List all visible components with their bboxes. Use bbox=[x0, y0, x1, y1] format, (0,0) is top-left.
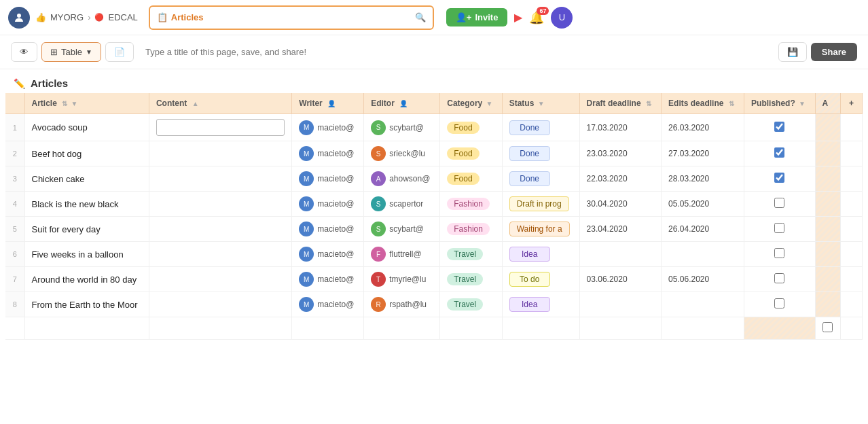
empty-row-checkbox[interactable] bbox=[822, 322, 833, 332]
th-article[interactable]: Article ⇅ ▼ bbox=[24, 93, 149, 114]
table-header-row: Article ⇅ ▼ Content ▲ Writer 👤 Editor 👤 bbox=[5, 93, 863, 114]
status-filter-icon[interactable]: ▼ bbox=[538, 100, 545, 107]
share-button[interactable]: Share bbox=[811, 43, 857, 61]
published-checkbox[interactable] bbox=[774, 147, 784, 158]
th-edits-deadline[interactable]: Edits deadline ⇅ bbox=[662, 93, 744, 114]
published-checkbox[interactable] bbox=[774, 273, 784, 283]
content-cell[interactable] bbox=[149, 166, 291, 192]
view-icon: 👁 bbox=[20, 47, 29, 57]
project-label[interactable]: EDCAL bbox=[108, 12, 137, 22]
th-draft-deadline[interactable]: Draft deadline ⇅ bbox=[579, 93, 662, 114]
add-col-cell bbox=[841, 217, 863, 242]
editor-email: tmyrie@lu bbox=[389, 275, 426, 284]
th-published[interactable]: Published? ▼ bbox=[744, 93, 816, 114]
row-number: 1 bbox=[5, 114, 24, 141]
article-name[interactable]: Avocado soup bbox=[24, 114, 149, 141]
edit-icon[interactable]: ✏️ bbox=[14, 78, 25, 89]
th-content[interactable]: Content ▲ bbox=[149, 93, 291, 114]
editor-cell: Ssrieck@lu bbox=[364, 141, 440, 166]
invite-button[interactable]: 👤+ Invite bbox=[446, 8, 508, 26]
article-name[interactable]: Five weeks in a balloon bbox=[24, 242, 149, 267]
th-status[interactable]: Status ▼ bbox=[502, 93, 579, 114]
published-filter-icon[interactable]: ▼ bbox=[799, 100, 806, 107]
save-button[interactable]: 💾 bbox=[778, 42, 807, 62]
org-avatar[interactable] bbox=[8, 7, 30, 29]
view-button[interactable]: 👁 bbox=[11, 42, 37, 62]
toolbar: 👁 ⊞ Table ▼ 📄 💾 Share bbox=[0, 35, 868, 69]
content-cell[interactable] bbox=[149, 192, 291, 217]
content-cell[interactable] bbox=[149, 267, 291, 292]
table-row: 5Suit for every dayMmacieto@Sscybart@Fas… bbox=[5, 217, 863, 242]
status-badge: Idea bbox=[509, 247, 550, 262]
writer-cell: Mmacieto@ bbox=[292, 217, 364, 242]
published-checkbox[interactable] bbox=[774, 173, 784, 183]
published-checkbox[interactable] bbox=[774, 198, 784, 208]
writer-cell: Mmacieto@ bbox=[292, 267, 364, 292]
published-cell[interactable] bbox=[744, 192, 816, 217]
article-name[interactable]: Chicken cake bbox=[24, 166, 149, 192]
article-name[interactable]: Suit for every day bbox=[24, 217, 149, 242]
published-checkbox[interactable] bbox=[774, 248, 784, 258]
status-badge: Done bbox=[509, 120, 550, 135]
published-checkbox[interactable] bbox=[774, 223, 784, 233]
published-checkbox[interactable] bbox=[774, 298, 784, 308]
search-bar[interactable]: 📋 Articles 🔍 bbox=[149, 5, 434, 30]
category-cell: Travel bbox=[440, 242, 502, 267]
youtube-icon[interactable]: ▶ bbox=[514, 11, 522, 24]
published-cell[interactable] bbox=[744, 267, 816, 292]
content-cell[interactable] bbox=[149, 217, 291, 242]
user-avatar[interactable]: U bbox=[551, 7, 573, 29]
extra-col-cell bbox=[815, 217, 840, 242]
article-name[interactable]: From the Earth to the Moor bbox=[24, 292, 149, 317]
published-cell[interactable] bbox=[744, 166, 816, 192]
writer-avatar: M bbox=[299, 297, 314, 312]
page-title-input[interactable] bbox=[138, 42, 774, 62]
published-cell[interactable] bbox=[744, 141, 816, 166]
export-button[interactable]: 📄 bbox=[105, 42, 134, 62]
writer-email: macieto@ bbox=[317, 224, 354, 234]
published-checkbox[interactable] bbox=[774, 122, 784, 132]
published-cell[interactable] bbox=[744, 217, 816, 242]
th-add-column[interactable]: + bbox=[841, 93, 863, 114]
empty-cell bbox=[744, 317, 816, 340]
content-cell[interactable] bbox=[149, 141, 291, 166]
chevron-down-icon: ▼ bbox=[86, 48, 92, 56]
th-row-num bbox=[5, 93, 24, 114]
filter-icon[interactable]: ▼ bbox=[71, 100, 78, 107]
editor-email: scapertor bbox=[389, 199, 423, 209]
sort-icon[interactable]: ⇅ bbox=[62, 100, 67, 107]
edits-deadline-cell bbox=[662, 292, 744, 317]
th-editor[interactable]: Editor 👤 bbox=[364, 93, 440, 114]
notification-bell[interactable]: 🔔 67 bbox=[529, 10, 544, 25]
editor-filter-icon[interactable]: 👤 bbox=[399, 100, 408, 107]
add-col-cell bbox=[841, 114, 863, 141]
article-name[interactable]: Beef hot dog bbox=[24, 141, 149, 166]
th-category[interactable]: Category ▼ bbox=[440, 93, 502, 114]
table-row: 8From the Earth to the MoorMmacieto@Rrsp… bbox=[5, 292, 863, 317]
article-name[interactable]: Black is the new black bbox=[24, 192, 149, 217]
published-cell[interactable] bbox=[744, 242, 816, 267]
content-sort-icon[interactable]: ▲ bbox=[192, 100, 199, 107]
article-name[interactable]: Around the world in 80 day bbox=[24, 267, 149, 292]
org-label[interactable]: MYORG bbox=[50, 12, 84, 22]
table-button[interactable]: ⊞ Table ▼ bbox=[41, 42, 101, 62]
content-cell[interactable] bbox=[149, 292, 291, 317]
published-cell[interactable] bbox=[744, 292, 816, 317]
writer-filter-icon[interactable]: 👤 bbox=[327, 100, 336, 107]
content-cell[interactable] bbox=[149, 242, 291, 267]
th-writer[interactable]: Writer 👤 bbox=[292, 93, 364, 114]
category-filter-icon[interactable]: ▼ bbox=[486, 100, 493, 107]
writer-email: macieto@ bbox=[317, 300, 354, 309]
content-cell[interactable] bbox=[149, 114, 291, 141]
published-cell[interactable] bbox=[744, 114, 816, 141]
empty-cell bbox=[440, 317, 502, 340]
editor-avatar: S bbox=[371, 146, 386, 161]
row-number: 5 bbox=[5, 217, 24, 242]
writer-email: macieto@ bbox=[317, 199, 354, 209]
row-number: 2 bbox=[5, 141, 24, 166]
project-icon: 🔴 bbox=[94, 13, 104, 22]
content-input[interactable] bbox=[156, 119, 285, 136]
search-icon[interactable]: 🔍 bbox=[415, 12, 426, 22]
draft-sort-icon[interactable]: ⇅ bbox=[646, 100, 651, 107]
edits-sort-icon[interactable]: ⇅ bbox=[729, 100, 734, 107]
